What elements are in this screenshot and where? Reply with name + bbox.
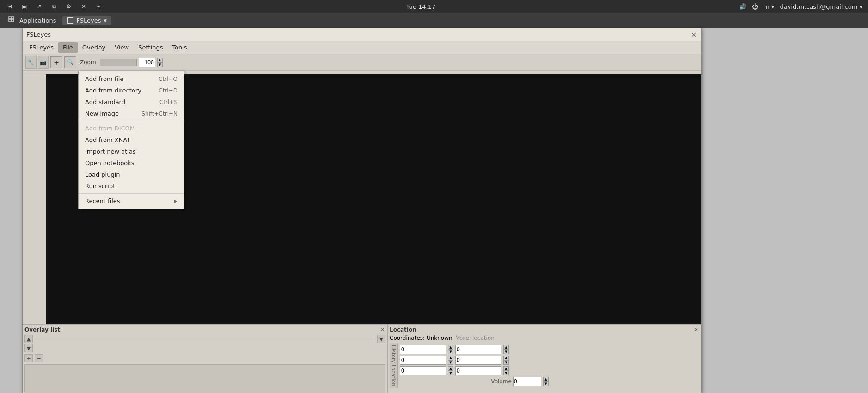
- menu-item-run-script[interactable]: Run script: [79, 180, 184, 192]
- menubar: FSLeyes File Overlay View Settings Tools: [23, 41, 701, 54]
- x-icon[interactable]: ✕: [79, 2, 88, 11]
- location-y-up[interactable]: ▲: [448, 356, 453, 360]
- menu-item-add-from-file[interactable]: Add from file Ctrl+O: [79, 73, 184, 85]
- voxel-y-spin: ▲ ▼: [503, 356, 509, 365]
- location-y-down[interactable]: ▼: [448, 360, 453, 365]
- voxel-y-down[interactable]: ▼: [503, 360, 509, 365]
- menu-fsleyes[interactable]: FSLeyes: [24, 42, 58, 53]
- overlay-minus2-btn[interactable]: ▼: [24, 344, 33, 352]
- menu-item-import-new-atlas[interactable]: Import new atlas: [79, 146, 184, 157]
- coords-unknown-label: Coordinates: Unknown: [390, 335, 452, 341]
- open-notebooks-label: Open notebooks: [85, 160, 134, 166]
- add-from-dicom-label: Add from DICOM: [85, 125, 135, 132]
- load-plugin-label: Load plugin: [85, 171, 120, 178]
- add-standard-shortcut: Ctrl+S: [159, 99, 177, 105]
- menu-item-add-standard[interactable]: Add standard Ctrl+S: [79, 96, 184, 108]
- overlay-up-btn[interactable]: ▲: [24, 335, 33, 343]
- volume-up[interactable]: ▲: [543, 377, 549, 381]
- location-panel-close[interactable]: ✕: [693, 326, 699, 333]
- overlay-add-btn[interactable]: +: [24, 354, 33, 362]
- voxel-z-up[interactable]: ▲: [503, 366, 509, 371]
- menu-file[interactable]: File: [58, 42, 78, 53]
- system-bar-left: ⊞ ▣ ↗ ⧉ ⚙ ✕ ⊟: [6, 2, 103, 11]
- power-icon[interactable]: ⏻: [752, 3, 758, 10]
- menu-item-open-notebooks[interactable]: Open notebooks: [79, 157, 184, 169]
- menu-item-new-image[interactable]: New image Shift+Ctrl+N: [79, 108, 184, 119]
- zoom-spin-down[interactable]: ▼: [157, 62, 163, 67]
- new-image-shortcut: Shift+Ctrl+N: [141, 111, 177, 117]
- svg-rect-0: [9, 17, 11, 19]
- window-close-button[interactable]: ✕: [690, 31, 697, 38]
- location-panel-header: Location ✕: [390, 326, 699, 333]
- menu-tools[interactable]: Tools: [167, 42, 191, 53]
- location-y-spin: ▲ ▼: [448, 356, 453, 365]
- location-z-spin: ▲ ▼: [448, 366, 453, 375]
- zoom-track[interactable]: [100, 59, 137, 66]
- menu-item-add-from-xnat[interactable]: Add from XNAT: [79, 134, 184, 146]
- overlay-panel-title: Overlay list: [24, 326, 60, 333]
- voxel-y-input[interactable]: [455, 356, 501, 365]
- search-button[interactable]: 🔍: [64, 56, 76, 68]
- fsleyes-dropdown-arrow[interactable]: ▾: [104, 17, 107, 24]
- menu-overlay[interactable]: Overlay: [78, 42, 110, 53]
- applications-icon: [8, 16, 17, 25]
- window-icon[interactable]: ▣: [20, 2, 29, 11]
- lang-selector[interactable]: -n ▾: [764, 3, 775, 10]
- location-panel: Location ✕ Coordinates: Unknown Voxel lo…: [388, 325, 701, 393]
- voxel-z-input[interactable]: [455, 366, 501, 375]
- location-x-down[interactable]: ▼: [448, 350, 453, 354]
- layout-icon[interactable]: ⊟: [94, 2, 103, 11]
- add-from-directory-label: Add from directory: [85, 87, 141, 94]
- location-x-up[interactable]: ▲: [448, 345, 453, 350]
- svg-rect-1: [12, 17, 14, 19]
- menu-view[interactable]: View: [110, 42, 134, 53]
- location-z-up[interactable]: ▲: [448, 366, 453, 371]
- menu-item-recent-files[interactable]: Recent files ▶: [79, 195, 184, 207]
- window-title: FSLeyes: [26, 31, 51, 38]
- zoom-input[interactable]: [139, 58, 155, 67]
- user-account[interactable]: david.m.cash@gmail.com ▾: [780, 3, 863, 10]
- voxel-x-input[interactable]: [455, 345, 501, 354]
- system-bar-right: 🔊 ⏻ -n ▾ david.m.cash@gmail.com ▾: [739, 3, 862, 10]
- tool-wrench-icon[interactable]: 🔧: [25, 56, 37, 69]
- grid-icon[interactable]: ⊞: [6, 2, 14, 11]
- voxel-x-spin: ▲ ▼: [503, 345, 509, 354]
- svg-rect-2: [9, 19, 11, 22]
- volume-input[interactable]: [513, 377, 541, 386]
- volume-icon[interactable]: 🔊: [739, 3, 746, 10]
- overlay-remove-btn[interactable]: −: [35, 354, 43, 362]
- overlay-panel: Overlay list ✕ ▲ ▼ ▼ + −: [23, 325, 388, 393]
- toolbar: 🔧 📷 + 🔍 Zoom ▲ ▼: [23, 54, 701, 71]
- overlay-panel-header: Overlay list ✕: [24, 326, 385, 333]
- volume-down[interactable]: ▼: [543, 381, 549, 386]
- menu-item-add-from-directory[interactable]: Add from directory Ctrl+D: [79, 85, 184, 96]
- separator-2: [79, 193, 184, 194]
- voxel-x-up[interactable]: ▲: [503, 345, 509, 350]
- zoom-spin-up[interactable]: ▲: [157, 58, 163, 62]
- fsleyes-taskbar-button[interactable]: FSLeyes ▾: [62, 16, 111, 25]
- overlay-down-btn[interactable]: ▼: [377, 335, 385, 343]
- menu-item-load-plugin[interactable]: Load plugin: [79, 169, 184, 180]
- folder-icon[interactable]: ↗: [35, 2, 43, 11]
- add-standard-label: Add standard: [85, 98, 125, 105]
- location-z-input[interactable]: [400, 366, 446, 375]
- menu-settings[interactable]: Settings: [134, 42, 167, 53]
- add-overlay-button[interactable]: +: [50, 56, 62, 68]
- separator-1: [79, 121, 184, 121]
- voxel-z-down[interactable]: ▼: [503, 371, 509, 375]
- frame-icon[interactable]: ⧉: [50, 2, 58, 11]
- file-dropdown-menu: Add from file Ctrl+O Add from directory …: [78, 71, 184, 209]
- location-z-down[interactable]: ▼: [448, 371, 453, 375]
- history-location-bar: History Location: [390, 343, 398, 388]
- applications-label: Applications: [19, 17, 56, 24]
- voxel-y-up[interactable]: ▲: [503, 356, 509, 360]
- applications-button[interactable]: Applications: [4, 15, 61, 25]
- overlay-panel-close[interactable]: ✕: [379, 326, 385, 333]
- bottom-area: Overlay list ✕ ▲ ▼ ▼ + − Location ✕: [23, 324, 701, 393]
- voxel-x-down[interactable]: ▼: [503, 350, 509, 354]
- location-y-input[interactable]: [400, 356, 446, 365]
- location-x-spin: ▲ ▼: [448, 345, 453, 354]
- settings-icon[interactable]: ⚙: [65, 2, 73, 11]
- tool-camera-icon[interactable]: 📷: [38, 56, 49, 69]
- location-x-input[interactable]: [400, 345, 446, 354]
